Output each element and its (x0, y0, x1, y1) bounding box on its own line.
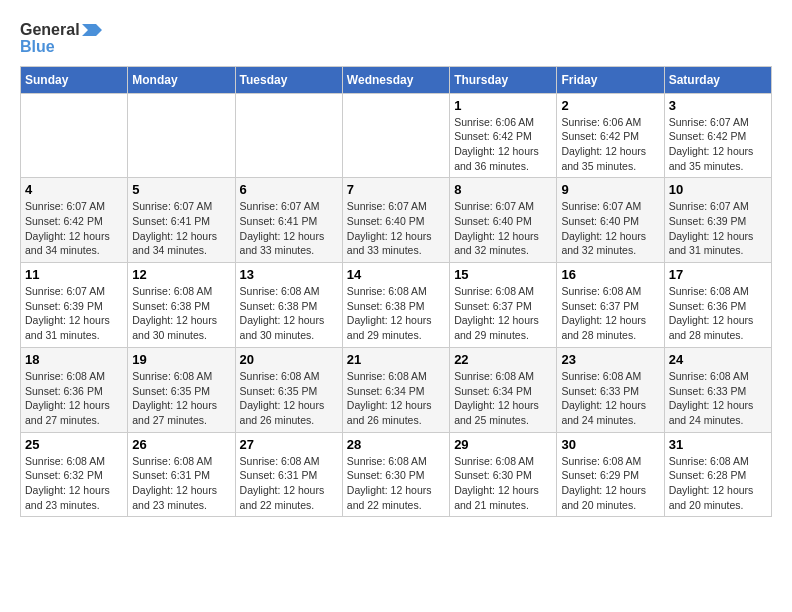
calendar-cell: 5Sunrise: 6:07 AM Sunset: 6:41 PM Daylig… (128, 178, 235, 263)
day-number: 2 (561, 98, 659, 113)
day-number: 5 (132, 182, 230, 197)
day-info: Sunrise: 6:08 AM Sunset: 6:38 PM Dayligh… (347, 284, 445, 343)
page-header: General Blue (20, 20, 772, 56)
day-number: 12 (132, 267, 230, 282)
calendar-cell: 10Sunrise: 6:07 AM Sunset: 6:39 PM Dayli… (664, 178, 771, 263)
calendar-week-row: 18Sunrise: 6:08 AM Sunset: 6:36 PM Dayli… (21, 347, 772, 432)
calendar-cell: 21Sunrise: 6:08 AM Sunset: 6:34 PM Dayli… (342, 347, 449, 432)
day-number: 10 (669, 182, 767, 197)
calendar-cell: 14Sunrise: 6:08 AM Sunset: 6:38 PM Dayli… (342, 263, 449, 348)
calendar-header-row: SundayMondayTuesdayWednesdayThursdayFrid… (21, 66, 772, 93)
day-info: Sunrise: 6:08 AM Sunset: 6:34 PM Dayligh… (347, 369, 445, 428)
calendar-week-row: 11Sunrise: 6:07 AM Sunset: 6:39 PM Dayli… (21, 263, 772, 348)
day-info: Sunrise: 6:07 AM Sunset: 6:40 PM Dayligh… (347, 199, 445, 258)
calendar-cell: 6Sunrise: 6:07 AM Sunset: 6:41 PM Daylig… (235, 178, 342, 263)
day-info: Sunrise: 6:07 AM Sunset: 6:41 PM Dayligh… (132, 199, 230, 258)
calendar-cell: 13Sunrise: 6:08 AM Sunset: 6:38 PM Dayli… (235, 263, 342, 348)
calendar-table: SundayMondayTuesdayWednesdayThursdayFrid… (20, 66, 772, 518)
day-info: Sunrise: 6:06 AM Sunset: 6:42 PM Dayligh… (454, 115, 552, 174)
day-of-week-header: Monday (128, 66, 235, 93)
day-info: Sunrise: 6:08 AM Sunset: 6:30 PM Dayligh… (347, 454, 445, 513)
calendar-week-row: 25Sunrise: 6:08 AM Sunset: 6:32 PM Dayli… (21, 432, 772, 517)
day-number: 14 (347, 267, 445, 282)
day-info: Sunrise: 6:07 AM Sunset: 6:39 PM Dayligh… (25, 284, 123, 343)
day-of-week-header: Sunday (21, 66, 128, 93)
day-number: 21 (347, 352, 445, 367)
day-number: 7 (347, 182, 445, 197)
calendar-cell: 17Sunrise: 6:08 AM Sunset: 6:36 PM Dayli… (664, 263, 771, 348)
calendar-cell: 24Sunrise: 6:08 AM Sunset: 6:33 PM Dayli… (664, 347, 771, 432)
day-number: 4 (25, 182, 123, 197)
logo-general-text: General (20, 21, 80, 39)
day-number: 19 (132, 352, 230, 367)
day-of-week-header: Thursday (450, 66, 557, 93)
day-number: 22 (454, 352, 552, 367)
calendar-cell: 2Sunrise: 6:06 AM Sunset: 6:42 PM Daylig… (557, 93, 664, 178)
day-info: Sunrise: 6:08 AM Sunset: 6:37 PM Dayligh… (561, 284, 659, 343)
day-info: Sunrise: 6:06 AM Sunset: 6:42 PM Dayligh… (561, 115, 659, 174)
day-info: Sunrise: 6:08 AM Sunset: 6:38 PM Dayligh… (240, 284, 338, 343)
calendar-cell: 27Sunrise: 6:08 AM Sunset: 6:31 PM Dayli… (235, 432, 342, 517)
day-number: 24 (669, 352, 767, 367)
calendar-cell (342, 93, 449, 178)
calendar-cell: 15Sunrise: 6:08 AM Sunset: 6:37 PM Dayli… (450, 263, 557, 348)
logo: General Blue (20, 20, 102, 56)
calendar-cell: 31Sunrise: 6:08 AM Sunset: 6:28 PM Dayli… (664, 432, 771, 517)
calendar-cell: 26Sunrise: 6:08 AM Sunset: 6:31 PM Dayli… (128, 432, 235, 517)
calendar-cell: 30Sunrise: 6:08 AM Sunset: 6:29 PM Dayli… (557, 432, 664, 517)
day-info: Sunrise: 6:07 AM Sunset: 6:42 PM Dayligh… (669, 115, 767, 174)
day-number: 30 (561, 437, 659, 452)
day-number: 9 (561, 182, 659, 197)
calendar-cell (235, 93, 342, 178)
day-number: 11 (25, 267, 123, 282)
day-info: Sunrise: 6:07 AM Sunset: 6:42 PM Dayligh… (25, 199, 123, 258)
calendar-cell: 23Sunrise: 6:08 AM Sunset: 6:33 PM Dayli… (557, 347, 664, 432)
logo-blue-text: Blue (20, 38, 102, 56)
svg-marker-0 (82, 24, 102, 36)
calendar-cell (128, 93, 235, 178)
calendar-cell: 8Sunrise: 6:07 AM Sunset: 6:40 PM Daylig… (450, 178, 557, 263)
day-number: 6 (240, 182, 338, 197)
day-info: Sunrise: 6:08 AM Sunset: 6:30 PM Dayligh… (454, 454, 552, 513)
day-of-week-header: Wednesday (342, 66, 449, 93)
day-info: Sunrise: 6:07 AM Sunset: 6:40 PM Dayligh… (454, 199, 552, 258)
day-number: 8 (454, 182, 552, 197)
calendar-cell: 28Sunrise: 6:08 AM Sunset: 6:30 PM Dayli… (342, 432, 449, 517)
day-number: 27 (240, 437, 338, 452)
day-number: 1 (454, 98, 552, 113)
calendar-cell: 3Sunrise: 6:07 AM Sunset: 6:42 PM Daylig… (664, 93, 771, 178)
day-number: 20 (240, 352, 338, 367)
day-info: Sunrise: 6:08 AM Sunset: 6:34 PM Dayligh… (454, 369, 552, 428)
day-info: Sunrise: 6:08 AM Sunset: 6:36 PM Dayligh… (25, 369, 123, 428)
day-info: Sunrise: 6:08 AM Sunset: 6:28 PM Dayligh… (669, 454, 767, 513)
logo-arrow-icon (82, 20, 102, 40)
day-info: Sunrise: 6:07 AM Sunset: 6:39 PM Dayligh… (669, 199, 767, 258)
calendar-cell (21, 93, 128, 178)
day-number: 18 (25, 352, 123, 367)
day-number: 16 (561, 267, 659, 282)
day-of-week-header: Tuesday (235, 66, 342, 93)
day-number: 23 (561, 352, 659, 367)
day-info: Sunrise: 6:08 AM Sunset: 6:33 PM Dayligh… (669, 369, 767, 428)
day-info: Sunrise: 6:08 AM Sunset: 6:29 PM Dayligh… (561, 454, 659, 513)
day-number: 29 (454, 437, 552, 452)
day-info: Sunrise: 6:08 AM Sunset: 6:31 PM Dayligh… (240, 454, 338, 513)
calendar-cell: 19Sunrise: 6:08 AM Sunset: 6:35 PM Dayli… (128, 347, 235, 432)
day-info: Sunrise: 6:07 AM Sunset: 6:40 PM Dayligh… (561, 199, 659, 258)
calendar-cell: 11Sunrise: 6:07 AM Sunset: 6:39 PM Dayli… (21, 263, 128, 348)
calendar-cell: 4Sunrise: 6:07 AM Sunset: 6:42 PM Daylig… (21, 178, 128, 263)
calendar-cell: 9Sunrise: 6:07 AM Sunset: 6:40 PM Daylig… (557, 178, 664, 263)
day-number: 31 (669, 437, 767, 452)
day-info: Sunrise: 6:08 AM Sunset: 6:35 PM Dayligh… (240, 369, 338, 428)
day-of-week-header: Saturday (664, 66, 771, 93)
day-number: 13 (240, 267, 338, 282)
day-number: 17 (669, 267, 767, 282)
calendar-cell: 7Sunrise: 6:07 AM Sunset: 6:40 PM Daylig… (342, 178, 449, 263)
calendar-cell: 1Sunrise: 6:06 AM Sunset: 6:42 PM Daylig… (450, 93, 557, 178)
day-info: Sunrise: 6:08 AM Sunset: 6:31 PM Dayligh… (132, 454, 230, 513)
day-number: 26 (132, 437, 230, 452)
day-info: Sunrise: 6:08 AM Sunset: 6:32 PM Dayligh… (25, 454, 123, 513)
day-info: Sunrise: 6:08 AM Sunset: 6:37 PM Dayligh… (454, 284, 552, 343)
day-number: 25 (25, 437, 123, 452)
day-number: 28 (347, 437, 445, 452)
